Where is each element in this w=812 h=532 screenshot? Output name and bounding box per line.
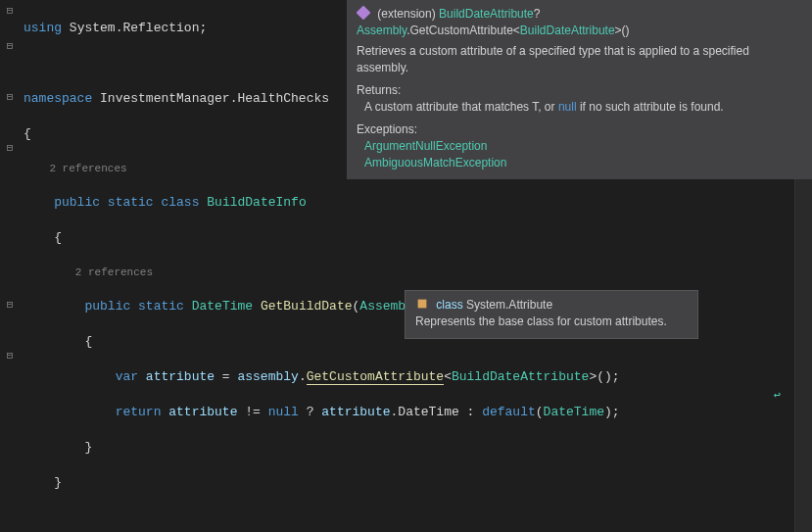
fold-toggle[interactable]: ⊟: [0, 88, 20, 106]
fold-toggle[interactable]: ⊟: [0, 139, 20, 157]
fold-toggle[interactable]: ⊟: [0, 37, 20, 55]
codelens[interactable]: 2 references: [49, 163, 126, 174]
fold-toggle[interactable]: ⊟: [0, 347, 20, 364]
word-wrap-glyph: ↩: [774, 388, 781, 403]
svg-rect-1: [418, 300, 427, 309]
codelens[interactable]: 2 references: [75, 266, 153, 278]
extension-method-icon: [357, 6, 370, 20]
fold-toggle[interactable]: ⊟: [0, 296, 20, 314]
fold-toggle[interactable]: ⊟: [0, 2, 20, 20]
class-icon: [415, 297, 429, 311]
gutter: ⊟ ⊟ ⊟ ⊟ ⊟ ⊟: [0, 0, 20, 532]
intellisense-tooltip: class System.Attribute Represents the ba…: [405, 290, 698, 339]
svg-rect-0: [357, 6, 370, 20]
intellisense-tooltip: (extension) BuildDateAttribute? Assembly…: [347, 0, 812, 179]
